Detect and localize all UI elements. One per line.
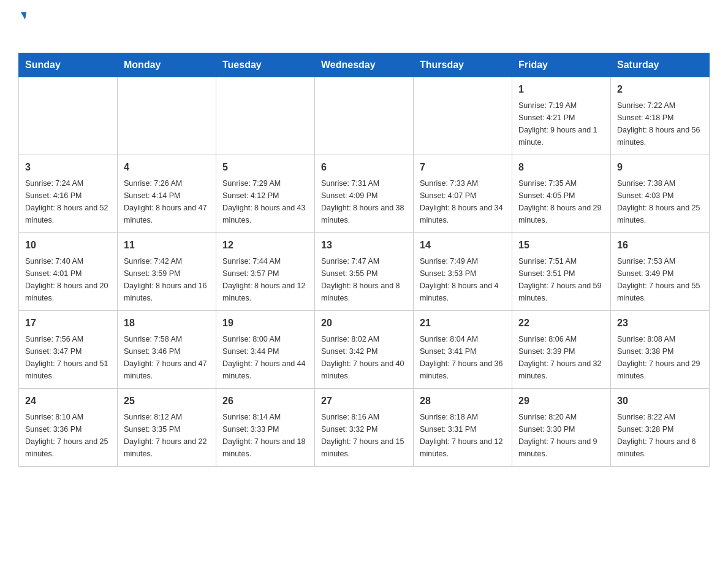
day-number: 19: [222, 316, 308, 331]
day-info: Sunrise: 7:51 AM Sunset: 3:51 PM Dayligh…: [518, 255, 604, 304]
day-info: Sunrise: 8:08 AM Sunset: 3:38 PM Dayligh…: [617, 333, 703, 382]
calendar-cell: 9Sunrise: 7:38 AM Sunset: 4:03 PM Daylig…: [611, 155, 710, 233]
day-number: 4: [124, 160, 210, 175]
day-number: 27: [321, 394, 407, 408]
day-number: 25: [124, 394, 210, 408]
calendar-cell: 26Sunrise: 8:14 AM Sunset: 3:33 PM Dayli…: [216, 389, 315, 467]
day-number: 9: [617, 160, 703, 175]
week-row-4: 17Sunrise: 7:56 AM Sunset: 3:47 PM Dayli…: [19, 311, 710, 389]
day-number: 14: [420, 238, 506, 253]
day-info: Sunrise: 7:53 AM Sunset: 3:49 PM Dayligh…: [617, 255, 703, 304]
day-number: 17: [25, 316, 111, 331]
calendar-cell: 6Sunrise: 7:31 AM Sunset: 4:09 PM Daylig…: [315, 155, 414, 233]
week-row-2: 3Sunrise: 7:24 AM Sunset: 4:16 PM Daylig…: [19, 155, 710, 233]
calendar-cell: 18Sunrise: 7:58 AM Sunset: 3:46 PM Dayli…: [118, 311, 216, 389]
day-number: 13: [321, 238, 407, 253]
day-number: 15: [518, 238, 604, 253]
calendar-cell: 15Sunrise: 7:51 AM Sunset: 3:51 PM Dayli…: [512, 233, 611, 311]
day-info: Sunrise: 8:14 AM Sunset: 3:33 PM Dayligh…: [222, 411, 308, 460]
day-number: 24: [25, 394, 111, 408]
calendar-cell: 14Sunrise: 7:49 AM Sunset: 3:53 PM Dayli…: [414, 233, 512, 311]
day-info: Sunrise: 7:19 AM Sunset: 4:21 PM Dayligh…: [518, 99, 604, 148]
day-number: 7: [420, 160, 506, 175]
day-info: Sunrise: 7:47 AM Sunset: 3:55 PM Dayligh…: [321, 255, 407, 304]
day-number: 12: [222, 238, 308, 253]
calendar-cell: 21Sunrise: 8:04 AM Sunset: 3:41 PM Dayli…: [414, 311, 512, 389]
day-info: Sunrise: 7:33 AM Sunset: 4:07 PM Dayligh…: [420, 177, 506, 226]
day-info: Sunrise: 8:20 AM Sunset: 3:30 PM Dayligh…: [518, 411, 604, 460]
day-info: Sunrise: 7:29 AM Sunset: 4:12 PM Dayligh…: [222, 177, 308, 226]
header-row: SundayMondayTuesdayWednesdayThursdayFrid…: [19, 53, 710, 77]
day-info: Sunrise: 8:16 AM Sunset: 3:32 PM Dayligh…: [321, 411, 407, 460]
day-info: Sunrise: 8:22 AM Sunset: 3:28 PM Dayligh…: [617, 411, 703, 460]
calendar-table: SundayMondayTuesdayWednesdayThursdayFrid…: [18, 53, 710, 467]
day-number: 1: [518, 82, 604, 97]
calendar-cell: [19, 77, 118, 155]
day-info: Sunrise: 7:49 AM Sunset: 3:53 PM Dayligh…: [420, 255, 506, 304]
day-number: 10: [25, 238, 111, 253]
day-info: Sunrise: 8:10 AM Sunset: 3:36 PM Dayligh…: [25, 411, 111, 460]
logo-triangle-icon: [20, 12, 26, 20]
calendar-cell: 2Sunrise: 7:22 AM Sunset: 4:18 PM Daylig…: [611, 77, 710, 155]
day-info: Sunrise: 8:18 AM Sunset: 3:31 PM Dayligh…: [420, 411, 506, 460]
calendar-cell: 8Sunrise: 7:35 AM Sunset: 4:05 PM Daylig…: [512, 155, 611, 233]
calendar-cell: 30Sunrise: 8:22 AM Sunset: 3:28 PM Dayli…: [611, 389, 710, 467]
page-header: [18, 12, 710, 42]
calendar-cell: 17Sunrise: 7:56 AM Sunset: 3:47 PM Dayli…: [19, 311, 118, 389]
day-number: 22: [518, 316, 604, 331]
day-number: 18: [124, 316, 210, 331]
header-sunday: Sunday: [19, 53, 118, 77]
day-info: Sunrise: 7:42 AM Sunset: 3:59 PM Dayligh…: [124, 255, 210, 304]
day-number: 5: [222, 160, 308, 175]
day-number: 8: [518, 160, 604, 175]
calendar-cell: [414, 77, 512, 155]
header-saturday: Saturday: [611, 53, 710, 77]
day-info: Sunrise: 8:12 AM Sunset: 3:35 PM Dayligh…: [124, 411, 210, 460]
calendar-cell: 27Sunrise: 8:16 AM Sunset: 3:32 PM Dayli…: [315, 389, 414, 467]
calendar-cell: 5Sunrise: 7:29 AM Sunset: 4:12 PM Daylig…: [216, 155, 315, 233]
calendar-cell: 28Sunrise: 8:18 AM Sunset: 3:31 PM Dayli…: [414, 389, 512, 467]
day-number: 29: [518, 394, 604, 408]
day-info: Sunrise: 7:56 AM Sunset: 3:47 PM Dayligh…: [25, 333, 111, 382]
day-number: 2: [617, 82, 703, 97]
day-number: 11: [124, 238, 210, 253]
calendar-cell: 7Sunrise: 7:33 AM Sunset: 4:07 PM Daylig…: [414, 155, 512, 233]
day-number: 28: [420, 394, 506, 408]
week-row-5: 24Sunrise: 8:10 AM Sunset: 3:36 PM Dayli…: [19, 389, 710, 467]
week-row-1: 1Sunrise: 7:19 AM Sunset: 4:21 PM Daylig…: [19, 77, 710, 155]
day-number: 21: [420, 316, 506, 331]
day-number: 6: [321, 160, 407, 175]
day-number: 3: [25, 160, 111, 175]
calendar-cell: 1Sunrise: 7:19 AM Sunset: 4:21 PM Daylig…: [512, 77, 611, 155]
calendar-cell: [118, 77, 216, 155]
calendar-cell: 29Sunrise: 8:20 AM Sunset: 3:30 PM Dayli…: [512, 389, 611, 467]
day-number: 23: [617, 316, 703, 331]
header-friday: Friday: [512, 53, 611, 77]
day-info: Sunrise: 7:24 AM Sunset: 4:16 PM Dayligh…: [25, 177, 111, 226]
calendar-cell: 16Sunrise: 7:53 AM Sunset: 3:49 PM Dayli…: [611, 233, 710, 311]
calendar-cell: 10Sunrise: 7:40 AM Sunset: 4:01 PM Dayli…: [19, 233, 118, 311]
calendar-cell: 12Sunrise: 7:44 AM Sunset: 3:57 PM Dayli…: [216, 233, 315, 311]
day-number: 26: [222, 394, 308, 408]
day-info: Sunrise: 8:06 AM Sunset: 3:39 PM Dayligh…: [518, 333, 604, 382]
day-info: Sunrise: 7:44 AM Sunset: 3:57 PM Dayligh…: [222, 255, 308, 304]
calendar-cell: 24Sunrise: 8:10 AM Sunset: 3:36 PM Dayli…: [19, 389, 118, 467]
calendar-cell: 3Sunrise: 7:24 AM Sunset: 4:16 PM Daylig…: [19, 155, 118, 233]
week-row-3: 10Sunrise: 7:40 AM Sunset: 4:01 PM Dayli…: [19, 233, 710, 311]
header-tuesday: Tuesday: [216, 53, 315, 77]
calendar-cell: 4Sunrise: 7:26 AM Sunset: 4:14 PM Daylig…: [118, 155, 216, 233]
day-info: Sunrise: 8:02 AM Sunset: 3:42 PM Dayligh…: [321, 333, 407, 382]
day-info: Sunrise: 7:26 AM Sunset: 4:14 PM Dayligh…: [124, 177, 210, 226]
calendar-cell: 25Sunrise: 8:12 AM Sunset: 3:35 PM Dayli…: [118, 389, 216, 467]
logo: [18, 12, 26, 42]
calendar-cell: 13Sunrise: 7:47 AM Sunset: 3:55 PM Dayli…: [315, 233, 414, 311]
day-number: 16: [617, 238, 703, 253]
header-thursday: Thursday: [414, 53, 512, 77]
day-info: Sunrise: 7:40 AM Sunset: 4:01 PM Dayligh…: [25, 255, 111, 304]
calendar-cell: 22Sunrise: 8:06 AM Sunset: 3:39 PM Dayli…: [512, 311, 611, 389]
day-info: Sunrise: 8:00 AM Sunset: 3:44 PM Dayligh…: [222, 333, 308, 382]
day-info: Sunrise: 7:22 AM Sunset: 4:18 PM Dayligh…: [617, 99, 703, 148]
day-number: 30: [617, 394, 703, 408]
day-info: Sunrise: 7:35 AM Sunset: 4:05 PM Dayligh…: [518, 177, 604, 226]
calendar-cell: [216, 77, 315, 155]
